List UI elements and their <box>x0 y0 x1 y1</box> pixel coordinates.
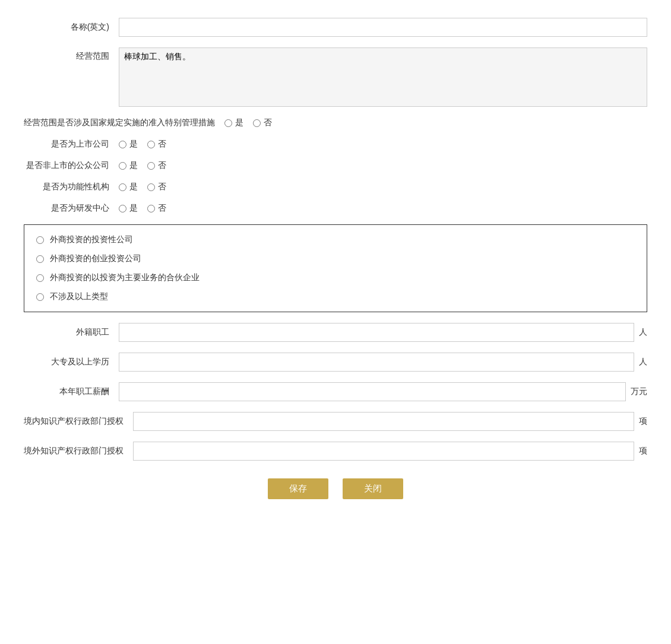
non-listed-public-yes-label[interactable]: 是 <box>129 160 138 171</box>
functional-org-yes-label[interactable]: 是 <box>129 182 138 192</box>
rd-center-no-label[interactable]: 否 <box>158 203 166 214</box>
fi-option4-radio[interactable] <box>36 293 44 301</box>
special-management-no-option[interactable]: 否 <box>253 118 272 128</box>
fi-option2-label[interactable]: 外商投资的创业投资公司 <box>50 253 141 264</box>
non-listed-public-yes-radio[interactable] <box>119 162 126 170</box>
special-management-no-radio[interactable] <box>253 119 261 127</box>
special-management-radio-group: 是 否 <box>224 118 272 128</box>
listed-company-no-label[interactable]: 否 <box>158 139 166 150</box>
college-degree-input[interactable] <box>119 353 634 372</box>
non-listed-public-radio-group: 是 否 <box>119 160 166 171</box>
special-management-label: 经营范围是否涉及国家规定实施的准入特别管理措施 <box>24 118 224 128</box>
english-name-label: 各称(英文) <box>24 22 119 33</box>
listed-company-yes-label[interactable]: 是 <box>129 139 138 150</box>
foreign-ip-unit: 项 <box>639 446 647 456</box>
foreign-employees-input[interactable] <box>119 323 634 342</box>
special-management-yes-label[interactable]: 是 <box>235 118 243 128</box>
foreign-investment-box: 外商投资的投资性公司 外商投资的创业投资公司 外商投资的以投资为主要业务的合伙企… <box>24 224 647 312</box>
fi-option2-radio[interactable] <box>36 255 44 263</box>
fi-option1-row[interactable]: 外商投资的投资性公司 <box>36 234 635 245</box>
domestic-ip-unit: 项 <box>639 416 647 427</box>
fi-option3-label[interactable]: 外商投资的以投资为主要业务的合伙企业 <box>50 272 200 283</box>
functional-org-label: 是否为功能性机构 <box>24 182 119 192</box>
non-listed-public-no-option[interactable]: 否 <box>147 160 166 171</box>
functional-org-radio-group: 是 否 <box>119 182 166 192</box>
domestic-ip-label: 境内知识产权行政部门授权 <box>24 416 133 427</box>
rd-center-row: 是否为研发中心 是 否 <box>24 203 647 214</box>
functional-org-yes-option[interactable]: 是 <box>119 182 138 192</box>
foreign-ip-row: 境外知识产权行政部门授权 项 <box>24 442 647 461</box>
foreign-ip-input[interactable] <box>133 442 634 461</box>
college-degree-row: 大专及以上学历 人 <box>24 353 647 372</box>
rd-center-yes-option[interactable]: 是 <box>119 203 138 214</box>
special-management-row: 经营范围是否涉及国家规定实施的准入特别管理措施 是 否 <box>24 118 647 128</box>
fi-option1-radio[interactable] <box>36 236 44 244</box>
non-listed-public-no-label[interactable]: 否 <box>158 160 166 171</box>
fi-option1-label[interactable]: 外商投资的投资性公司 <box>50 234 133 245</box>
rd-center-label: 是否为研发中心 <box>24 203 119 214</box>
listed-company-row: 是否为上市公司 是 否 <box>24 139 647 150</box>
annual-salary-input[interactable] <box>119 382 626 401</box>
rd-center-yes-radio[interactable] <box>119 205 126 212</box>
listed-company-label: 是否为上市公司 <box>24 139 119 150</box>
business-scope-label: 经营范围 <box>24 47 119 62</box>
foreign-employees-row: 外籍职工 人 <box>24 323 647 342</box>
save-button[interactable]: 保存 <box>268 478 328 499</box>
foreign-employees-unit: 人 <box>639 327 647 338</box>
business-scope-textarea[interactable]: 棒球加工、销售。 <box>119 47 647 107</box>
english-name-input[interactable] <box>119 18 647 37</box>
special-management-yes-radio[interactable] <box>224 119 232 127</box>
listed-company-no-option[interactable]: 否 <box>147 139 166 150</box>
close-button[interactable]: 关闭 <box>343 478 403 499</box>
listed-company-yes-option[interactable]: 是 <box>119 139 138 150</box>
functional-org-no-label[interactable]: 否 <box>158 182 166 192</box>
business-scope-row: 经营范围 棒球加工、销售。 <box>24 47 647 107</box>
rd-center-radio-group: 是 否 <box>119 203 166 214</box>
college-degree-unit: 人 <box>639 357 647 367</box>
annual-salary-label: 本年职工薪酬 <box>24 386 119 397</box>
foreign-ip-label: 境外知识产权行政部门授权 <box>24 446 133 456</box>
special-management-yes-option[interactable]: 是 <box>224 118 243 128</box>
listed-company-yes-radio[interactable] <box>119 141 126 148</box>
domestic-ip-row: 境内知识产权行政部门授权 项 <box>24 412 647 431</box>
english-name-row: 各称(英文) <box>24 18 647 37</box>
functional-org-no-radio[interactable] <box>147 183 155 191</box>
annual-salary-row: 本年职工薪酬 万元 <box>24 382 647 401</box>
non-listed-public-yes-option[interactable]: 是 <box>119 160 138 171</box>
college-degree-label: 大专及以上学历 <box>24 357 119 367</box>
fi-option3-radio[interactable] <box>36 274 44 282</box>
functional-org-no-option[interactable]: 否 <box>147 182 166 192</box>
listed-company-no-radio[interactable] <box>147 141 155 148</box>
button-row: 保存 关闭 <box>24 478 647 499</box>
non-listed-public-row: 是否非上市的公众公司 是 否 <box>24 160 647 171</box>
rd-center-no-radio[interactable] <box>147 205 155 212</box>
annual-salary-unit: 万元 <box>631 386 647 397</box>
rd-center-yes-label[interactable]: 是 <box>129 203 138 214</box>
rd-center-no-option[interactable]: 否 <box>147 203 166 214</box>
fi-option4-row[interactable]: 不涉及以上类型 <box>36 291 635 302</box>
non-listed-public-no-radio[interactable] <box>147 162 155 170</box>
functional-org-yes-radio[interactable] <box>119 183 126 191</box>
fi-option4-label[interactable]: 不涉及以上类型 <box>50 291 108 302</box>
non-listed-public-label: 是否非上市的公众公司 <box>24 160 119 171</box>
domestic-ip-input[interactable] <box>133 412 634 431</box>
foreign-employees-label: 外籍职工 <box>24 327 119 338</box>
fi-option2-row[interactable]: 外商投资的创业投资公司 <box>36 253 635 264</box>
form-container: 各称(英文) 经营范围 棒球加工、销售。 经营范围是否涉及国家规定实施的准入特别… <box>24 12 647 499</box>
functional-org-row: 是否为功能性机构 是 否 <box>24 182 647 192</box>
fi-option3-row[interactable]: 外商投资的以投资为主要业务的合伙企业 <box>36 272 635 283</box>
listed-company-radio-group: 是 否 <box>119 139 166 150</box>
special-management-no-label[interactable]: 否 <box>264 118 272 128</box>
